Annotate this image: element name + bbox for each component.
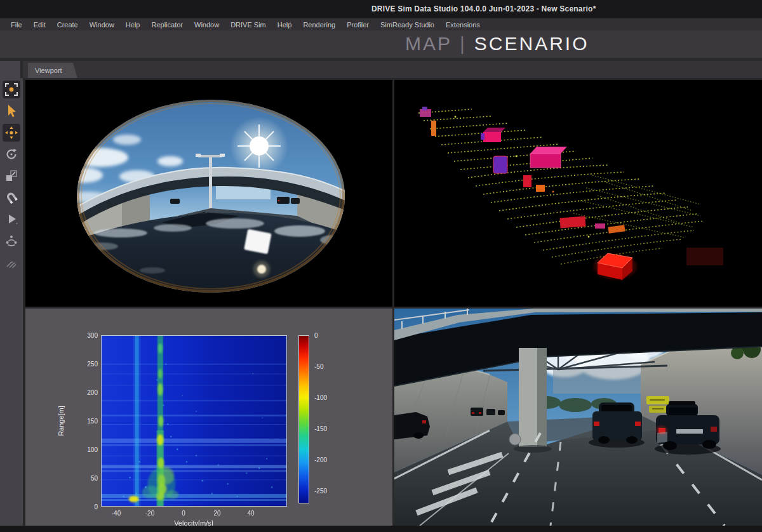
move-tool-icon xyxy=(4,125,19,140)
tab-viewport-label: Viewport xyxy=(35,67,62,74)
vehicle-left-edge xyxy=(394,412,430,439)
viewport-tabbar: Viewport xyxy=(0,61,762,78)
focus-frame-button[interactable] xyxy=(3,81,20,98)
radar-xlabel: Velocity[m/s] xyxy=(174,519,213,526)
mode-scenario-label[interactable]: SCENARIO xyxy=(474,33,589,55)
radar-ytick-0: 0 xyxy=(79,503,98,510)
select-tool-button[interactable] xyxy=(3,102,20,120)
front-camera-view[interactable] xyxy=(394,309,762,526)
wind-trail-icon xyxy=(4,255,19,270)
menu-help-2[interactable]: Help xyxy=(272,21,298,29)
menu-file[interactable]: File xyxy=(5,21,28,29)
rotate-tool-button[interactable] xyxy=(3,145,20,163)
menu-window[interactable]: Window xyxy=(84,21,120,29)
left-toolbar xyxy=(0,78,23,526)
police-lightbar xyxy=(669,401,695,405)
radar-spectrum-panel[interactable]: 300 250 200 150 100 50 0 -40 -20 0 20 40… xyxy=(25,309,392,526)
menu-profiler[interactable]: Profiler xyxy=(341,21,375,29)
move-tool-button[interactable] xyxy=(3,124,20,142)
front-camera-image xyxy=(394,309,762,526)
colorbar-tick-n100: -100 xyxy=(314,394,327,401)
menu-extensions[interactable]: Extensions xyxy=(440,21,486,29)
menu-edit[interactable]: Edit xyxy=(28,21,51,29)
menu-rendering[interactable]: Rendering xyxy=(297,21,341,29)
cursor-select-icon xyxy=(4,103,19,119)
radar-ytick-50: 50 xyxy=(79,475,98,482)
mode-header: MAP | SCENARIO xyxy=(0,30,762,61)
radar-ytick-250: 250 xyxy=(79,361,98,368)
scale-tool-button[interactable] xyxy=(3,167,20,185)
radar-heatmap xyxy=(101,335,287,507)
radar-xtick-20: 20 xyxy=(213,510,220,517)
radar-xtick-n40: -40 xyxy=(112,510,121,517)
menubar: File Edit Create Window Help Replicator … xyxy=(0,18,762,30)
distant-buildings xyxy=(553,367,655,394)
radar-ytick-150: 150 xyxy=(79,418,98,425)
play-icon xyxy=(4,211,19,227)
fisheye-camera-view[interactable] xyxy=(25,80,392,307)
mode-map-label[interactable]: MAP xyxy=(405,33,452,55)
wind-trail-button[interactable] xyxy=(3,253,20,271)
colorbar-tick-n200: -200 xyxy=(314,456,327,463)
window-title: DRIVE Sim Data Studio 104.0.0 Jun-01-202… xyxy=(371,4,596,13)
radar-heatmap-image xyxy=(102,336,286,506)
lidar-point-cloud-image xyxy=(394,80,762,307)
focus-frame-icon xyxy=(4,82,19,97)
radar-xtick-0: 0 xyxy=(182,510,185,517)
physics-forces-button[interactable] xyxy=(3,232,20,249)
play-button[interactable] xyxy=(3,210,20,228)
scale-tool-icon xyxy=(4,168,19,183)
lidar-point-cloud-view[interactable] xyxy=(394,80,762,307)
radar-xtick-n20: -20 xyxy=(145,510,154,517)
radar-ytick-100: 100 xyxy=(79,446,98,453)
rotate-tool-icon xyxy=(4,147,19,162)
radar-ytick-300: 300 xyxy=(79,332,98,339)
tab-viewport[interactable]: Viewport xyxy=(28,63,77,78)
snap-magnet-icon xyxy=(4,190,19,205)
sun xyxy=(230,117,288,175)
toolbar-corner xyxy=(0,61,23,78)
fisheye-camera-image xyxy=(25,80,392,307)
snap-tool-button[interactable] xyxy=(3,189,20,206)
colorbar-tick-n50: -50 xyxy=(314,363,323,370)
menu-help[interactable]: Help xyxy=(120,21,146,29)
colorbar-tick-n150: -150 xyxy=(314,425,327,432)
radar-ytick-200: 200 xyxy=(79,389,98,396)
radar-xtick-40: 40 xyxy=(247,510,254,517)
menu-window-2[interactable]: Window xyxy=(189,21,225,29)
bottom-edge-bar xyxy=(0,526,762,532)
physics-forces-icon xyxy=(4,233,19,248)
viewport-panel: 300 250 200 150 100 50 0 -40 -20 0 20 40… xyxy=(23,78,762,526)
colorbar-tick-0: 0 xyxy=(314,332,318,339)
radar-colorbar xyxy=(298,335,309,503)
menu-drive-sim[interactable]: DRIVE Sim xyxy=(225,21,272,29)
menu-simready-studio[interactable]: SimReady Studio xyxy=(375,21,440,29)
menu-replicator[interactable]: Replicator xyxy=(145,21,189,29)
radar-ylabel: Range[m] xyxy=(57,406,65,436)
window-titlebar: DRIVE Sim Data Studio 104.0.0 Jun-01-202… xyxy=(0,0,762,18)
mode-divider: | xyxy=(460,33,467,55)
colorbar-tick-n250: -250 xyxy=(314,488,327,495)
menu-create[interactable]: Create xyxy=(51,21,84,29)
